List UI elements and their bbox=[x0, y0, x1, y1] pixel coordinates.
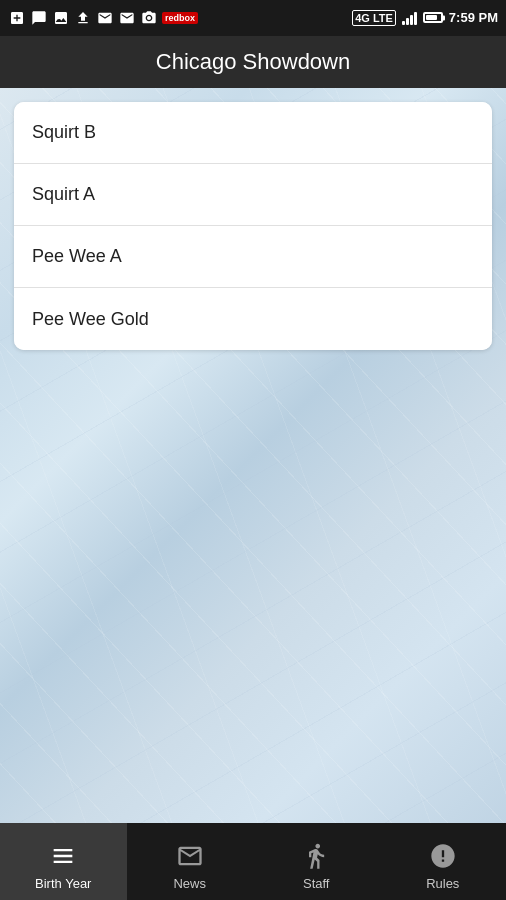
nav-item-label-birth-year: Birth Year bbox=[35, 876, 91, 891]
list-item-label: Squirt A bbox=[32, 184, 95, 205]
list-item-label: Squirt B bbox=[32, 122, 96, 143]
nav-item-staff[interactable]: Staff bbox=[253, 823, 380, 900]
add-icon bbox=[8, 9, 26, 27]
list-item[interactable]: Squirt B bbox=[14, 102, 492, 164]
gmail2-icon bbox=[118, 9, 136, 27]
category-list: Squirt BSquirt APee Wee APee Wee Gold bbox=[14, 102, 492, 350]
app-title: Chicago Showdown bbox=[156, 49, 350, 75]
rules-icon bbox=[427, 840, 459, 872]
app-header: Chicago Showdown bbox=[0, 36, 506, 88]
staff-icon bbox=[300, 840, 332, 872]
image-icon bbox=[52, 9, 70, 27]
nav-item-label-staff: Staff bbox=[303, 876, 330, 891]
list-item-label: Pee Wee A bbox=[32, 246, 122, 267]
birth-year-icon bbox=[47, 840, 79, 872]
nav-item-birth-year[interactable]: Birth Year bbox=[0, 823, 127, 900]
camera-icon bbox=[140, 9, 158, 27]
nav-item-news[interactable]: News bbox=[127, 823, 254, 900]
lte-badge: 4G LTE bbox=[352, 10, 396, 26]
list-item[interactable]: Pee Wee Gold bbox=[14, 288, 492, 350]
news-icon bbox=[174, 840, 206, 872]
battery-icon bbox=[423, 12, 443, 23]
nav-item-label-rules: Rules bbox=[426, 876, 459, 891]
list-item[interactable]: Pee Wee A bbox=[14, 226, 492, 288]
signal-bars bbox=[402, 11, 417, 25]
status-icons-right: 4G LTE 7:59 PM bbox=[352, 10, 498, 26]
status-time: 7:59 PM bbox=[449, 10, 498, 25]
list-item[interactable]: Squirt A bbox=[14, 164, 492, 226]
upload-icon bbox=[74, 9, 92, 27]
nav-item-rules[interactable]: Rules bbox=[380, 823, 507, 900]
list-item-label: Pee Wee Gold bbox=[32, 309, 149, 330]
main-content: Squirt BSquirt APee Wee APee Wee Gold bbox=[0, 88, 506, 823]
status-bar: redbox 4G LTE 7:59 PM bbox=[0, 0, 506, 36]
redbox-badge: redbox bbox=[162, 12, 198, 24]
message-icon bbox=[30, 9, 48, 27]
nav-item-label-news: News bbox=[173, 876, 206, 891]
gmail-icon bbox=[96, 9, 114, 27]
bottom-nav: Birth YearNewsStaffRules bbox=[0, 823, 506, 900]
status-icons-left: redbox bbox=[8, 9, 198, 27]
